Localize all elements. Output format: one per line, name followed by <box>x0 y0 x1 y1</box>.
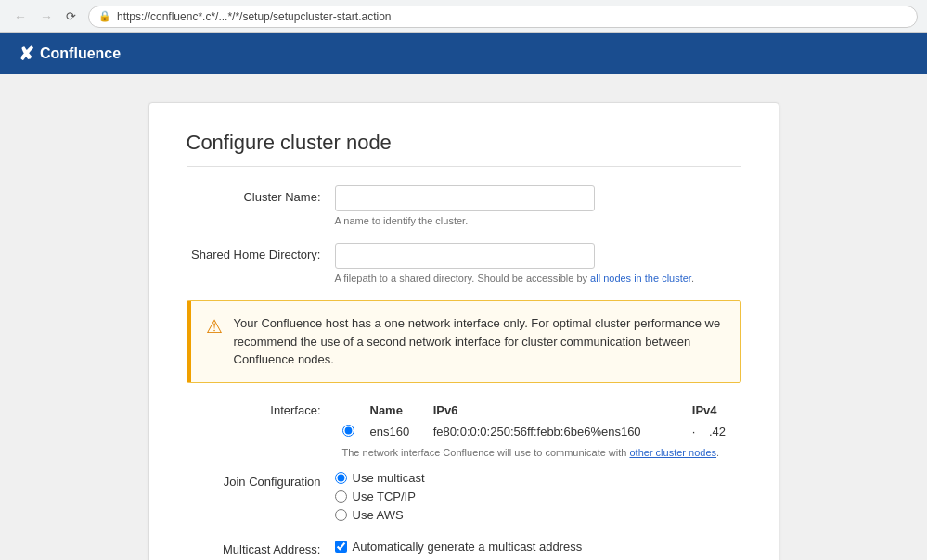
warning-text: Your Confluence host has a one network i… <box>234 314 726 369</box>
join-config-row: Join Configuration Use multicast Use TCP… <box>187 471 741 527</box>
shared-home-field: A filepath to a shared directory. Should… <box>335 243 741 284</box>
interface-hint-link[interactable]: other cluster nodes <box>629 447 716 458</box>
multicast-label: Multicast Address: <box>187 540 335 556</box>
interface-hint: The network interface Confluence will us… <box>335 447 741 458</box>
interface-col-ipv6: IPv6 <box>426 400 685 421</box>
forward-button[interactable]: → <box>35 7 58 26</box>
interface-col-ipv4: IPv4 <box>685 400 741 421</box>
interface-table: Name IPv6 IPv4 ens160 fe80:0:0:0:250:56f… <box>335 400 741 443</box>
app-header: ✘ Confluence <box>0 33 927 74</box>
logo-text: Confluence <box>40 45 121 62</box>
interface-name-cell: ens160 <box>363 421 426 443</box>
cluster-name-label: Cluster Name: <box>187 185 335 204</box>
shared-home-hint: A filepath to a shared directory. Should… <box>335 273 741 284</box>
interface-radio-cell <box>335 421 363 443</box>
back-button[interactable]: ← <box>9 7 32 26</box>
interface-table-header: Name IPv6 IPv4 <box>335 400 741 421</box>
interface-table-wrap: Name IPv6 IPv4 ens160 fe80:0:0:0:250:56f… <box>335 400 741 458</box>
interface-ipv6-cell: fe80:0:0:0:250:56ff:febb:6be6%ens160 <box>426 421 685 443</box>
nav-buttons: ← → ⟳ <box>9 7 81 26</box>
cluster-name-field: A name to identify the cluster. <box>335 185 741 226</box>
page-title: Configure cluster node <box>187 131 741 167</box>
cluster-name-hint: A name to identify the cluster. <box>335 215 741 226</box>
join-option-tcpip: Use TCP/IP <box>335 490 741 503</box>
logo-x-icon: ✘ <box>19 43 34 65</box>
interface-ipv4-cell: · .42 <box>685 421 741 443</box>
join-aws-label: Use AWS <box>353 508 404 522</box>
address-text: https://confluenc*.c*/...*/*/setup/setup… <box>117 10 391 23</box>
multicast-checkbox-label: Automatically generate a multicast addre… <box>353 540 583 554</box>
shared-home-row: Shared Home Directory: A filepath to a s… <box>187 243 741 284</box>
table-row: ens160 fe80:0:0:0:250:56ff:febb:6be6%ens… <box>335 421 741 443</box>
cluster-name-row: Cluster Name: A name to identify the clu… <box>187 185 741 226</box>
shared-home-input[interactable] <box>335 243 595 269</box>
address-bar[interactable]: 🔒 https://confluenc*.c*/...*/*/setup/set… <box>88 6 918 28</box>
multicast-row: Multicast Address: Automatically generat… <box>187 540 741 556</box>
join-tcpip-radio[interactable] <box>335 490 347 503</box>
shared-home-hint-link[interactable]: all nodes in the cluster <box>590 273 691 284</box>
main-content: Configure cluster node Cluster Name: A n… <box>0 74 927 560</box>
cluster-name-input[interactable] <box>335 185 595 211</box>
warning-icon: ⚠ <box>206 315 223 337</box>
warning-box: ⚠ Your Confluence host has a one network… <box>187 300 741 383</box>
join-config-label: Join Configuration <box>187 471 335 489</box>
multicast-checkbox[interactable] <box>335 541 347 553</box>
secure-icon: 🔒 <box>98 10 111 22</box>
browser-chrome: ← → ⟳ 🔒 https://confluenc*.c*/...*/*/set… <box>0 0 927 33</box>
interface-radio[interactable] <box>342 425 354 437</box>
interface-label: Interface: <box>187 400 335 417</box>
refresh-button[interactable]: ⟳ <box>61 7 81 25</box>
multicast-field: Automatically generate a multicast addre… <box>335 540 741 554</box>
confluence-logo: ✘ Confluence <box>19 43 121 65</box>
join-multicast-radio[interactable] <box>335 472 347 484</box>
interface-col-name: Name <box>363 400 426 421</box>
interface-row: Interface: Name IPv6 IPv4 <box>187 400 741 458</box>
join-options: Use multicast Use TCP/IP Use AWS <box>335 471 741 527</box>
join-option-aws: Use AWS <box>335 508 741 522</box>
join-aws-radio[interactable] <box>335 509 347 521</box>
join-multicast-label: Use multicast <box>353 471 425 485</box>
join-tcpip-label: Use TCP/IP <box>353 490 416 503</box>
shared-home-label: Shared Home Directory: <box>187 243 335 261</box>
join-option-multicast: Use multicast <box>335 471 741 485</box>
config-card: Configure cluster node Cluster Name: A n… <box>148 102 779 560</box>
interface-col-radio <box>335 400 363 421</box>
